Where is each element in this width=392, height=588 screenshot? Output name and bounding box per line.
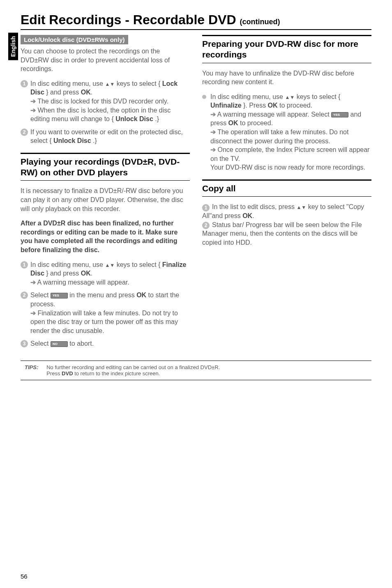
up-icon [105, 80, 110, 87]
lock-step-2: 2 If you want to overwrite or edit on th… [21, 128, 190, 145]
text: Finalization will take a few minutes. Do… [30, 310, 178, 334]
text: } and press [44, 270, 81, 277]
step-number-3: 3 [21, 340, 28, 347]
text: keys to select { [115, 261, 162, 268]
lock-step-1: 1 In disc editing menu, use keys to sele… [21, 79, 190, 124]
main-title: Edit Recordings - Recordable DVD (contin… [21, 12, 371, 30]
text: In disc editing menu, use [210, 93, 285, 100]
up-icon [296, 203, 301, 210]
step-number-2: 2 [202, 222, 210, 229]
text: Select [30, 340, 51, 347]
text: A warning message will appear. Select [216, 111, 331, 118]
copy-steps: 1In the list to edit discs, press key to… [202, 202, 371, 247]
bullet-icon [202, 95, 206, 99]
prep-bullet: In disc editing menu, use keys to select… [202, 92, 371, 172]
yes-button: YES [51, 293, 68, 299]
text: }. Press [242, 102, 268, 109]
arrow-icon: ➔ [30, 310, 36, 317]
down-icon [110, 261, 115, 268]
columns: Lock/Unlock disc (DVD±RWs only) You can … [21, 35, 371, 352]
text: Status bar/ Progress bar will be seen be… [202, 221, 362, 246]
no-button: NO [51, 341, 68, 347]
arrow-icon: ➔ [30, 107, 36, 114]
page-content: Edit Recordings - Recordable DVD (contin… [0, 0, 392, 388]
text: to proceed. [278, 102, 313, 109]
right-column: Preparing your DVD-RW disc for more reco… [202, 35, 371, 352]
language-tab: English [8, 33, 18, 60]
text: to return to the index picture screen. [73, 370, 160, 377]
arrow-icon: ➔ [210, 129, 216, 136]
lock-header: Lock/Unlock disc (DVD±RWs only) [21, 35, 128, 44]
finalize-step-3-content: Select NO to abort. [30, 339, 190, 348]
title-text: Edit Recordings - Recordable DVD [21, 12, 236, 27]
text: Select [30, 292, 51, 299]
text: OK [242, 212, 252, 219]
text: OK [81, 270, 91, 277]
lock-step-2-content: If you want to overwrite or edit on the … [30, 128, 190, 145]
text: .} [91, 137, 97, 144]
text: to proceed. [238, 119, 273, 126]
step-number-2: 2 [21, 292, 28, 299]
text: Your DVD-RW disc is now ready for more r… [210, 164, 365, 171]
prep-heading: Preparing your DVD-RW disc for more reco… [202, 35, 371, 63]
page-number: 56 [21, 573, 28, 580]
text: to abort. [68, 340, 94, 347]
text: . [91, 89, 92, 96]
text: Unlock Disc [115, 115, 153, 122]
text: .} [153, 115, 159, 122]
text: The operation will take a few minutes. D… [210, 129, 348, 145]
finalize-step-2-content: Select YES in the menu and press OK to s… [30, 291, 190, 335]
text: Once complete, the Index Picture screen … [210, 146, 369, 162]
text: In the list to edit discs, press [212, 203, 296, 210]
text: Unfinalize [210, 102, 242, 109]
text: OK [136, 292, 146, 299]
up-icon [285, 93, 290, 100]
play-heading: Playing your recordings (DVD±R, DVD-RW) … [21, 153, 190, 181]
down-icon [301, 203, 306, 210]
text: Unlock Disc [53, 137, 91, 144]
text: OK [81, 89, 91, 96]
step-number-1: 1 [21, 80, 28, 87]
finalize-step-1: 1 In disc editing menu, use keys to sele… [21, 260, 190, 287]
text: In disc editing menu, use [30, 261, 105, 268]
text: A warning message will appear. [36, 279, 129, 286]
play-bold: After a DVD±R disc has been finalized, n… [21, 219, 190, 254]
text: OK [268, 102, 278, 109]
step-number-2: 2 [21, 129, 28, 136]
finalize-step-2: 2 Select YES in the menu and press OK to… [21, 291, 190, 335]
lock-step-1-content: In disc editing menu, use keys to select… [30, 79, 190, 124]
text: keys to select { [115, 80, 162, 87]
text: Press [46, 370, 62, 377]
down-icon [110, 80, 115, 87]
step-number-1: 1 [202, 204, 210, 211]
text: in the menu and press [68, 292, 136, 299]
yes-button: YES [331, 112, 348, 118]
text: The disc is locked for this DVD recorder… [36, 98, 168, 105]
arrow-icon: ➔ [30, 279, 36, 286]
arrow-icon: ➔ [30, 98, 36, 105]
copy-heading: Copy all [202, 179, 371, 197]
arrow-icon: ➔ [210, 111, 216, 118]
finalize-step-3: 3 Select NO to abort. [21, 339, 190, 348]
down-icon [290, 93, 295, 100]
text: DVD [62, 370, 73, 377]
tips-text: No further recording and editing can be … [46, 364, 220, 377]
play-intro: It is necessary to finalize a DVD±R/-RW … [21, 186, 190, 213]
left-column: Lock/Unlock disc (DVD±RWs only) You can … [21, 35, 190, 352]
title-continued: (continued) [240, 18, 280, 26]
tips-label: TIPS: [25, 364, 38, 377]
up-icon [105, 261, 110, 268]
step-number-1: 1 [21, 261, 28, 269]
finalize-step-1-content: In disc editing menu, use keys to select… [30, 260, 190, 287]
text: OK [228, 119, 238, 126]
lock-intro: You can choose to protect the recordings… [21, 47, 190, 74]
text: } and press [44, 89, 81, 96]
text: No further recording and editing can be … [46, 364, 220, 370]
text: keys to select { [295, 93, 340, 100]
text: In disc editing menu, use [30, 80, 105, 87]
arrow-icon: ➔ [210, 146, 216, 153]
prep-intro: You may have to unfinalize the DVD-RW di… [202, 69, 371, 87]
tips-box: TIPS: No further recording and editing c… [21, 361, 371, 380]
prep-bullet-content: In disc editing menu, use keys to select… [210, 92, 371, 172]
